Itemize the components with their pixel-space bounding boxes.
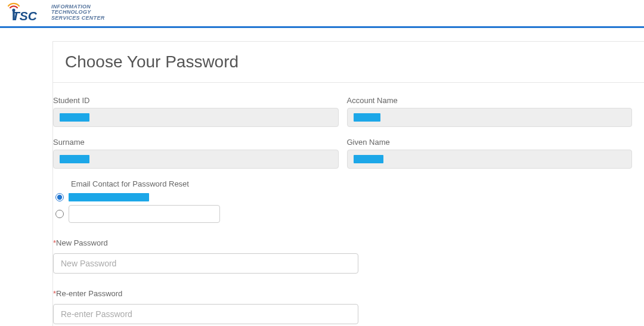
row-names: Surname Given Name — [53, 138, 632, 169]
email-contact-section: Email Contact for Password Reset — [53, 179, 632, 223]
given-name-group: Given Name — [347, 138, 633, 169]
reenter-password-group: *Re-enter Password — [53, 289, 632, 324]
account-name-value — [347, 108, 633, 127]
reenter-password-input[interactable] — [53, 304, 358, 324]
new-password-label: *New Password — [53, 238, 632, 247]
email-section-heading: Email Contact for Password Reset — [71, 179, 632, 188]
svg-text:TSC: TSC — [12, 9, 38, 23]
svg-rect-2 — [13, 11, 14, 20]
surname-value — [53, 150, 339, 169]
form-panel: Choose Your Password Student ID Account … — [52, 41, 644, 326]
email-option-1 — [53, 193, 632, 201]
new-password-input[interactable] — [53, 253, 358, 274]
logo-text: INFORMATION TECHNOLOGY SERVICES CENTER — [51, 4, 105, 21]
surname-label: Surname — [53, 138, 339, 147]
student-id-group: Student ID — [53, 96, 339, 127]
email-option-2-input[interactable] — [69, 205, 220, 223]
given-name-label: Given Name — [347, 138, 633, 147]
logo: TSC INFORMATION TECHNOLOGY SERVICES CENT… — [6, 2, 105, 23]
email-option-1-label-redacted — [69, 193, 149, 201]
panel-header: Choose Your Password — [53, 42, 644, 83]
email-option-2-radio[interactable] — [55, 210, 64, 218]
reenter-password-label-text: Re-enter Password — [56, 289, 122, 298]
email-option-2 — [53, 205, 632, 223]
account-name-group: Account Name — [347, 96, 633, 127]
email-option-1-radio[interactable] — [55, 193, 64, 201]
row-id-account: Student ID Account Name — [53, 96, 632, 127]
given-name-value — [347, 150, 633, 169]
logo-line-3: SERVICES CENTER — [51, 15, 105, 21]
redacted-value — [60, 113, 89, 122]
redacted-value — [354, 113, 380, 122]
itsc-logo-icon: TSC — [6, 2, 48, 23]
reenter-password-label: *Re-enter Password — [53, 289, 632, 298]
panel-body: Student ID Account Name Surname Give — [53, 83, 644, 326]
redacted-value — [354, 155, 383, 163]
new-password-label-text: New Password — [56, 238, 108, 247]
surname-group: Surname — [53, 138, 339, 169]
redacted-value — [60, 155, 89, 163]
student-id-value — [53, 108, 339, 127]
new-password-group: *New Password — [53, 238, 632, 274]
student-id-label: Student ID — [53, 96, 339, 105]
page-header: TSC INFORMATION TECHNOLOGY SERVICES CENT… — [0, 0, 644, 28]
account-name-label: Account Name — [347, 96, 633, 105]
page-title: Choose Your Password — [65, 52, 632, 72]
